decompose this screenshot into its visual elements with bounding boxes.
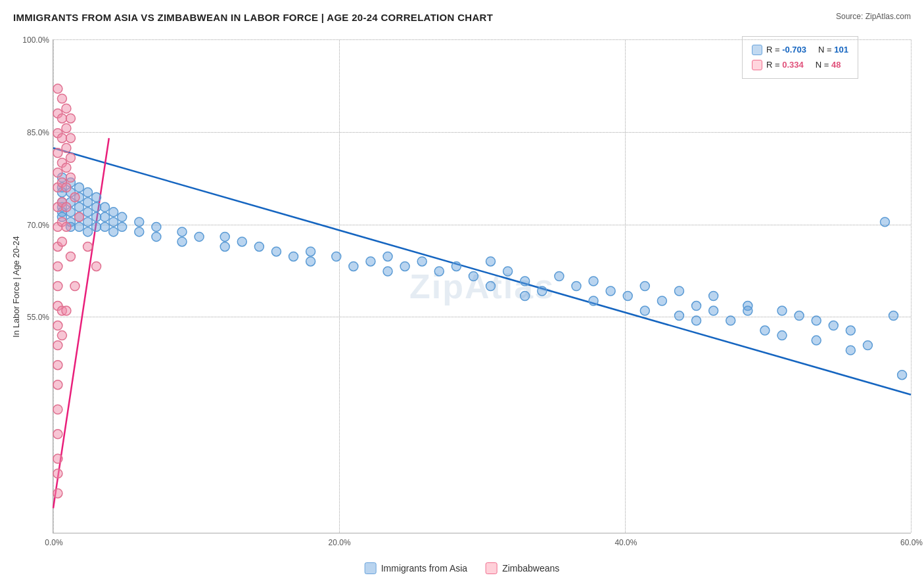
y-tick-70: 70.0% [27, 221, 49, 230]
svg-point-92 [829, 321, 838, 330]
svg-point-31 [101, 222, 110, 231]
svg-point-94 [846, 346, 855, 355]
x-tick-40: 40.0% [614, 538, 637, 547]
svg-point-55 [383, 252, 392, 261]
svg-point-144 [70, 192, 80, 202]
svg-point-91 [812, 336, 821, 345]
svg-point-66 [520, 292, 530, 301]
y-tick-85: 85.0% [27, 128, 49, 137]
svg-point-45 [220, 242, 229, 251]
bottom-legend: Immigrants from Asia Zimbabweans [365, 562, 560, 574]
svg-point-57 [400, 261, 409, 271]
chart-title: IMMIGRANTS FROM ASIA VS ZIMBABWEAN IN LA… [13, 12, 493, 23]
svg-point-77 [674, 286, 683, 296]
svg-point-112 [53, 341, 62, 350]
x-tick-0: 0.0% [45, 538, 62, 547]
svg-point-42 [177, 237, 187, 246]
x-tick-60: 60.0% [900, 538, 923, 547]
svg-point-142 [66, 252, 75, 261]
svg-point-24 [83, 227, 93, 237]
y-tick-100: 100.0% [22, 35, 49, 45]
svg-point-133 [62, 163, 71, 172]
svg-point-30 [101, 212, 110, 221]
source-label: Source: ZipAtlas.com [836, 12, 911, 21]
svg-point-85 [743, 306, 752, 315]
svg-point-60 [451, 261, 461, 271]
svg-point-136 [62, 222, 71, 231]
svg-point-64 [503, 267, 513, 276]
svg-point-79 [692, 302, 701, 311]
svg-point-118 [53, 469, 62, 478]
svg-point-17 [75, 202, 84, 212]
legend-label-blue: Immigrants from Asia [381, 563, 467, 574]
y-tick-55: 55.0% [27, 313, 49, 322]
svg-point-143 [70, 282, 80, 291]
svg-point-44 [220, 232, 229, 241]
legend-swatch-pink-bottom [486, 562, 497, 574]
svg-point-139 [66, 133, 75, 143]
svg-point-83 [726, 316, 735, 325]
svg-point-48 [271, 247, 281, 256]
svg-point-141 [66, 173, 75, 182]
chart-area: ZipAtlas 100.0% 85.0% 70.0% 55.0% 0.0% 2… [53, 39, 911, 533]
svg-point-68 [555, 271, 564, 281]
legend-item-pink: Zimbabweans [486, 562, 559, 574]
svg-point-49 [289, 252, 298, 261]
svg-point-130 [62, 104, 71, 113]
svg-point-111 [53, 321, 62, 330]
svg-point-113 [53, 361, 62, 370]
svg-point-135 [62, 202, 71, 212]
svg-point-20 [83, 188, 93, 197]
svg-point-54 [366, 257, 375, 266]
svg-point-109 [53, 282, 62, 291]
svg-point-43 [195, 232, 204, 241]
legend-item-blue: Immigrants from Asia [365, 562, 467, 574]
svg-point-93 [846, 326, 855, 335]
svg-point-38 [135, 227, 144, 237]
svg-point-117 [53, 454, 62, 463]
svg-point-89 [795, 311, 804, 321]
svg-point-134 [62, 183, 71, 192]
svg-point-76 [657, 296, 666, 305]
svg-point-132 [62, 143, 71, 152]
svg-point-50 [306, 247, 315, 256]
gridline-v-60: 60.0% [911, 39, 912, 533]
svg-point-75 [640, 306, 649, 315]
svg-point-90 [812, 316, 821, 325]
svg-point-21 [83, 198, 93, 207]
svg-point-99 [53, 84, 62, 93]
chart-container: IMMIGRANTS FROM ASIA VS ZIMBABWEAN IN LA… [0, 0, 924, 586]
svg-point-61 [469, 271, 478, 281]
svg-point-82 [709, 306, 718, 315]
svg-point-127 [57, 237, 66, 246]
svg-point-119 [53, 489, 62, 498]
svg-point-116 [53, 430, 62, 439]
svg-point-108 [53, 261, 62, 271]
svg-point-52 [332, 252, 341, 261]
svg-point-78 [674, 311, 683, 321]
svg-point-74 [640, 282, 649, 291]
svg-point-69 [572, 282, 581, 291]
svg-point-140 [66, 153, 75, 162]
svg-point-129 [57, 331, 66, 340]
legend-label-pink: Zimbabweans [502, 563, 559, 574]
svg-point-114 [53, 380, 62, 390]
svg-point-59 [434, 267, 444, 276]
svg-point-22 [83, 208, 93, 217]
svg-point-87 [777, 331, 787, 340]
svg-point-145 [75, 212, 84, 221]
svg-point-46 [237, 237, 246, 246]
svg-point-51 [306, 257, 315, 266]
y-axis-label: In Labor Force | Age 20-24 [11, 188, 21, 385]
svg-point-72 [606, 286, 615, 296]
svg-point-23 [83, 217, 93, 227]
svg-point-88 [777, 306, 787, 315]
svg-point-103 [53, 168, 62, 177]
svg-point-62 [486, 257, 496, 266]
svg-point-19 [75, 222, 84, 231]
svg-point-63 [486, 282, 496, 291]
svg-point-34 [109, 227, 118, 237]
svg-point-137 [62, 306, 71, 315]
svg-point-40 [152, 232, 161, 241]
svg-point-70 [589, 277, 598, 286]
